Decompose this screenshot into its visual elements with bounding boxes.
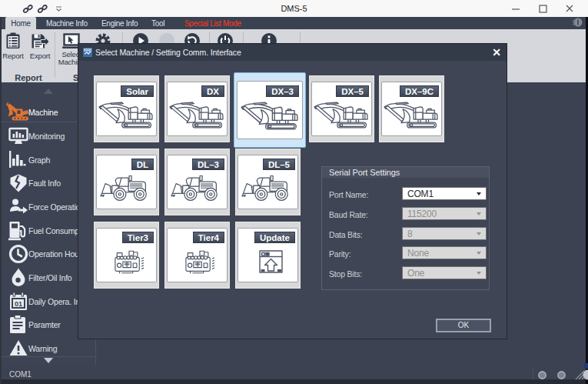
svg-text:01: 01 xyxy=(15,300,22,308)
